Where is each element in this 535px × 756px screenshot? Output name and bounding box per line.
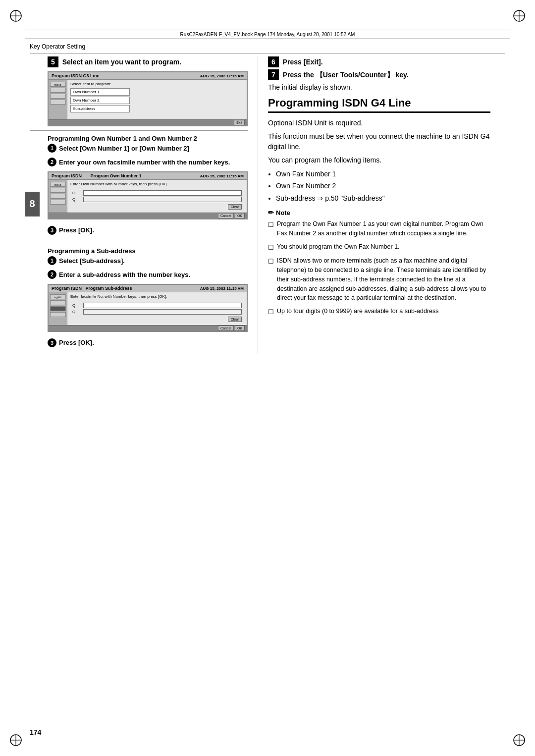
note-text-2: You should program the Own Fax Number 1. xyxy=(277,242,400,253)
screen3-input-label1: Q xyxy=(72,303,82,308)
screen3-main: Enter facsimile No. with Number keys, th… xyxy=(67,292,247,325)
screen3-body: ing/Ad Enter facsimile No. with Number k… xyxy=(49,292,247,325)
screen3-clear-btn[interactable]: Clear xyxy=(228,317,242,322)
note-item-1: ☐ Program the Own Fax Number 1 as your o… xyxy=(268,219,490,238)
screen2-footer: Cancel OK xyxy=(49,213,247,218)
own-step2-block: 2 Enter your own facsimile number with t… xyxy=(48,158,248,219)
own-step2-text: Enter your own facsimile number with the… xyxy=(59,159,230,166)
sidebar-item xyxy=(50,312,66,317)
corner-decoration-bl xyxy=(9,733,23,747)
isdn-title: Programming ISDN G4 Line xyxy=(268,97,490,113)
sub-step1-text: Select [Sub-address]. xyxy=(59,257,125,265)
bullet-item-2: Own Fax Number 2 xyxy=(276,180,490,191)
step7-text: Press the 【User Tools/Counter】 key. xyxy=(283,71,409,79)
note-text-1: Program the Own Fax Number 1 as your own… xyxy=(277,219,490,238)
note-section: ✏ Note ☐ Program the Own Fax Number 1 as… xyxy=(268,209,490,317)
own-step3-num: 3 xyxy=(48,226,56,235)
screen2-ok-btn[interactable]: OK xyxy=(235,213,245,218)
note-title: ✏ Note xyxy=(268,209,490,216)
two-column-layout: 8 5 Select an item you want to program. … xyxy=(25,56,510,354)
divider-top xyxy=(30,53,505,54)
own-number-heading: Programming Own Number 1 and Own Number … xyxy=(48,135,248,142)
isdn-para1: Optional ISDN Unit is required. xyxy=(268,118,490,128)
step5-heading-block: 5 Select an item you want to program. xyxy=(48,56,248,67)
screen2-input-line1: Q xyxy=(72,190,242,196)
corner-decoration-tr xyxy=(512,9,526,23)
own-step1-num: 1 xyxy=(48,144,56,153)
screen3-input-label2: Q xyxy=(72,310,82,314)
screen3-title: Program ISDN Program Sub-address xyxy=(52,286,132,291)
screen1-menu-item1[interactable]: Own Number 1 xyxy=(70,88,130,96)
sidebar-item: ing/Ad xyxy=(50,294,66,299)
screen2-input-field2[interactable] xyxy=(83,197,242,202)
screen3-cancel-btn[interactable]: Cancel xyxy=(218,325,234,331)
own-step1-block: 1 Select [Own Number 1] or [Own Number 2… xyxy=(48,144,248,155)
section-number: 8 xyxy=(25,192,40,216)
screen1-menu-item3[interactable]: Sub-address xyxy=(70,105,130,112)
own-step2: 2 Enter your own facsimile number with t… xyxy=(48,158,230,166)
screen1-exit-btn[interactable]: Exit xyxy=(234,120,245,125)
note-item-4: ☐ Up to four digits (0 to 9999) are avai… xyxy=(268,307,490,317)
isdn-bullets: Own Fax Number 1 Own Fax Number 2 Sub-ad… xyxy=(276,168,490,204)
screen1-timestamp: AUG 15, 2002 11:15 AM xyxy=(200,74,244,78)
screen3: Program ISDN Program Sub-address AUG 15,… xyxy=(48,284,248,332)
screen1-body: ing/Ad Select item to program: Own Numbe… xyxy=(49,80,247,119)
sidebar-item: ing/Ad xyxy=(50,82,66,87)
step7-number: 7 xyxy=(268,69,279,80)
screen2-input-area: Q Q Clear xyxy=(70,188,244,211)
screen3-input-field1[interactable] xyxy=(83,303,242,308)
step6-block: 6 Press [Exit]. xyxy=(268,56,490,67)
screen3-input-line1: Q xyxy=(72,303,242,308)
screen2-clear-btn[interactable]: Clear xyxy=(228,204,242,210)
screen2-sidebar: ing/Ad xyxy=(49,180,67,213)
sub-step3-block: 3 Press [OK]. xyxy=(48,336,248,351)
note-item-2: ☐ You should program the Own Fax Number … xyxy=(268,242,490,253)
screen2-timestamp: AUG 15, 2002 11:15 AM xyxy=(200,174,244,178)
sub-address-block: Programming a Sub-address 1 Select [Sub-… xyxy=(48,247,248,351)
step5-text: Select an item you want to program. xyxy=(62,58,181,66)
screen2: Program ISDN Program Own Number 1 AUG 15… xyxy=(48,171,248,219)
sub-step2: 2 Enter a sub-address with the number ke… xyxy=(48,270,190,279)
step7-sub: The initial display is shown. xyxy=(268,82,490,93)
header-bar: RusC2FaxADEN-F_V4_FM.book Page 174 Monda… xyxy=(25,30,510,39)
own-number-block: Programming Own Number 1 and Own Number … xyxy=(48,135,248,239)
step7-block: 7 Press the 【User Tools/Counter】 key. Th… xyxy=(268,69,490,93)
sidebar-item xyxy=(50,94,66,99)
sub-step2-num: 2 xyxy=(48,270,56,279)
page-container: RusC2FaxADEN-F_V4_FM.book Page 174 Monda… xyxy=(0,0,535,756)
sidebar-item xyxy=(50,200,66,205)
screen1: Program ISDN G3 Line AUG 15, 2002 11:15 … xyxy=(48,71,248,126)
sub-step3-num: 3 xyxy=(48,338,56,347)
corner-decoration-tl xyxy=(9,9,23,23)
sub-step2-block: 2 Enter a sub-address with the number ke… xyxy=(48,270,248,332)
left-content: 8 5 Select an item you want to program. … xyxy=(25,56,248,351)
divider-1 xyxy=(30,130,248,131)
screen3-titlebar: Program ISDN Program Sub-address AUG 15,… xyxy=(49,285,247,292)
own-step3: 3 Press [OK]. xyxy=(48,223,94,237)
sub-address-heading: Programming a Sub-address xyxy=(48,247,248,255)
step7-subtext: The initial display is shown. xyxy=(268,83,352,91)
screen1-sidebar: ing/Ad xyxy=(49,80,67,119)
screen2-titlebar: Program ISDN Program Own Number 1 AUG 15… xyxy=(49,172,247,180)
note-pencil-icon: ✏ xyxy=(268,209,274,216)
own-step3-text: Press [OK]. xyxy=(59,226,94,234)
screen2-cancel-btn[interactable]: Cancel xyxy=(218,213,234,218)
screen2-main: Enter Own Number with Number keys, then … xyxy=(67,180,247,213)
note-text-3: ISDN allows two or more terminals (such … xyxy=(277,256,490,303)
screen3-input-area: Q Q Clear xyxy=(70,301,244,323)
own-step1: 1 Select [Own Number 1] or [Own Number 2… xyxy=(48,144,189,153)
screen3-clear-area: Clear xyxy=(72,317,242,322)
screen3-input-field2[interactable] xyxy=(83,309,242,315)
screen3-input-line2: Q xyxy=(72,309,242,315)
note-checkbox-4: ☐ xyxy=(268,308,274,317)
screen2-input-field1[interactable] xyxy=(83,190,242,196)
own-step3-block: 3 Press [OK]. xyxy=(48,223,248,239)
sub-step3: 3 Press [OK]. xyxy=(48,336,94,349)
screen1-menu-item2[interactable]: Own Number 2 xyxy=(70,97,130,104)
step5-block: 5 Select an item you want to program. Pr… xyxy=(48,56,248,126)
sub-step1-block: 1 Select [Sub-address]. xyxy=(48,256,248,267)
screen3-ok-btn[interactable]: OK xyxy=(235,325,245,331)
step6-number: 6 xyxy=(268,56,279,67)
sub-step1-num: 1 xyxy=(48,256,56,265)
screen1-titlebar: Program ISDN G3 Line AUG 15, 2002 11:15 … xyxy=(49,72,247,80)
